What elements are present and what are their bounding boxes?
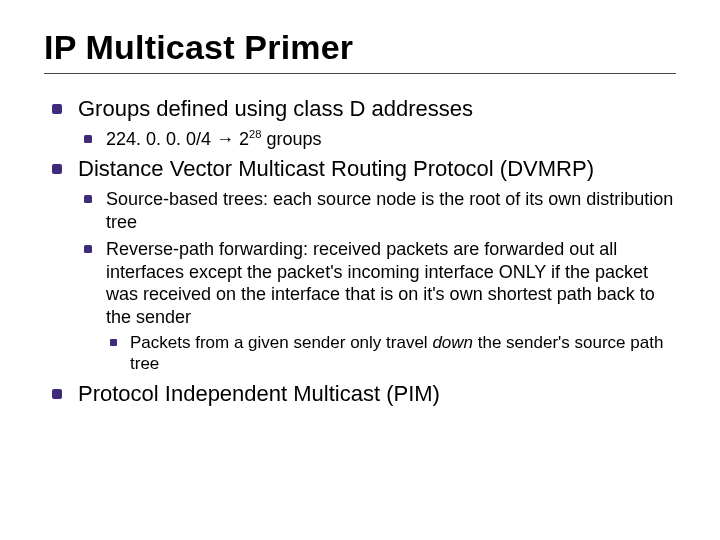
bullet-address-range: 224. 0. 0. 0/4 → 228 groups — [78, 128, 676, 151]
bullet-rpf: Reverse-path forwarding: received packet… — [78, 238, 676, 375]
arrow-icon: → — [216, 129, 234, 149]
bullet-pim: Protocol Independent Multicast (PIM) — [44, 381, 676, 408]
text-emph: down — [432, 333, 477, 352]
sub-list: 224. 0. 0. 0/4 → 228 groups — [78, 128, 676, 151]
bullet-dvmrp: Distance Vector Multicast Routing Protoc… — [44, 156, 676, 374]
bullet-list: Groups defined using class D addresses 2… — [44, 96, 676, 407]
bullet-text: Groups defined using class D addresses — [78, 96, 473, 121]
addr-prefix: 224. 0. 0. 0/4 — [106, 129, 216, 149]
sub-list: Source-based trees: each source node is … — [78, 188, 676, 375]
bullet-text: Reverse-path forwarding: received packet… — [106, 239, 655, 327]
bullet-text: Protocol Independent Multicast (PIM) — [78, 381, 440, 406]
slide: IP Multicast Primer Groups defined using… — [0, 0, 720, 540]
bullet-groups: Groups defined using class D addresses 2… — [44, 96, 676, 150]
groups-suffix: groups — [262, 129, 322, 149]
slide-title: IP Multicast Primer — [44, 28, 676, 67]
text-pre: Packets from a given sender only travel — [130, 333, 432, 352]
bullet-source-trees: Source-based trees: each source node is … — [78, 188, 676, 233]
bullet-down-tree: Packets from a given sender only travel … — [106, 332, 676, 375]
two-exponent: 28 — [249, 128, 261, 140]
sub-sub-list: Packets from a given sender only travel … — [106, 332, 676, 375]
two-base: 2 — [234, 129, 249, 149]
bullet-text: Distance Vector Multicast Routing Protoc… — [78, 156, 594, 181]
bullet-text: Source-based trees: each source node is … — [106, 189, 673, 232]
title-rule — [44, 73, 676, 74]
